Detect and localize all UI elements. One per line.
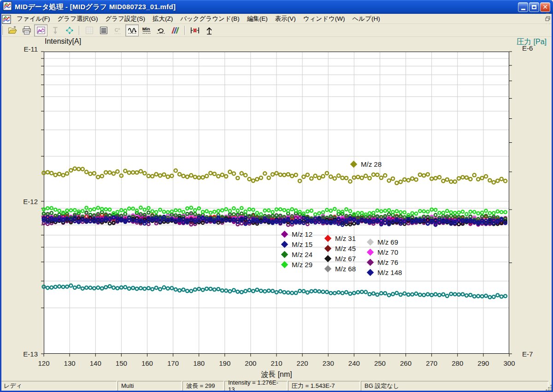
legend-column: M/z 31M/z 45M/z 67M/z 68: [325, 233, 356, 274]
svg-text:200: 200: [245, 359, 256, 367]
svg-text:300: 300: [503, 359, 515, 367]
menu-item-1[interactable]: グラフ選択(G): [54, 14, 102, 23]
title-bar[interactable]: MIDデータ処理 - [MIDグラフ MID080723_01.mfd] ✕: [0, 0, 553, 14]
svg-text:230: 230: [323, 359, 334, 367]
window-title: MIDデータ処理 - [MIDグラフ MID080723_01.mfd]: [15, 3, 176, 12]
svg-text:140: 140: [90, 359, 101, 367]
svg-text:波長 [nm]: 波長 [nm]: [261, 370, 292, 378]
legend-diamond-marker: [324, 265, 332, 272]
mz28-diamond-marker: [350, 161, 358, 168]
menu-item-5[interactable]: 編集(E): [243, 14, 271, 23]
menu-item-6[interactable]: 表示(V): [271, 14, 300, 23]
legend-diamond-marker: [281, 261, 288, 268]
svg-text:260: 260: [400, 359, 412, 367]
toolbar-grip[interactable]: [1, 26, 3, 35]
svg-text:160: 160: [141, 359, 153, 367]
legend-diamond-marker: [324, 245, 332, 252]
legend-label: M/z 76: [377, 258, 398, 266]
revert-scale-button[interactable]: [154, 24, 167, 36]
menu-item-7[interactable]: ウィンドウ(W): [300, 14, 349, 23]
legend-item: M/z 15: [282, 239, 312, 249]
mdi-restore-button[interactable]: [544, 15, 552, 22]
legend-label: M/z 15: [292, 240, 312, 248]
legend-label: M/z 12: [292, 230, 312, 238]
legend-diamond-marker: [367, 248, 374, 256]
legend-column: M/z 69M/z 70M/z 76M/z 148: [368, 237, 402, 277]
legend-item: M/z 12: [282, 229, 312, 239]
legend-diamond-marker: [324, 255, 332, 262]
legend-item: M/z 70: [368, 247, 402, 257]
toolbar: C°Min: [0, 24, 553, 37]
export-top-button[interactable]: [202, 24, 216, 36]
left-axis-tick-label: E-11: [9, 45, 38, 53]
svg-text:150: 150: [116, 359, 127, 367]
svg-text:240: 240: [348, 359, 360, 367]
temperature-button: C°: [111, 24, 124, 36]
svg-text:180: 180: [193, 359, 205, 367]
svg-text:270: 270: [426, 359, 437, 367]
maximize-button[interactable]: [529, 2, 539, 12]
series-label-mz28: M/z 28: [351, 160, 382, 168]
min-scale-button[interactable]: Min: [140, 24, 153, 36]
legend-label: M/z 69: [377, 238, 398, 246]
legend-diamond-marker: [324, 234, 332, 242]
legend-item: M/z 45: [325, 243, 356, 253]
legend-diamond-marker: [367, 238, 374, 246]
status-mode: Multi: [118, 381, 182, 391]
app-window: MIDデータ処理 - [MIDグラフ MID080723_01.mfd] ✕ フ…: [0, 0, 553, 392]
legend-label: M/z 68: [335, 265, 356, 273]
graph-display-button[interactable]: [34, 24, 47, 36]
left-axis-tick-label: E-12: [9, 198, 38, 205]
delete-range-button[interactable]: [188, 24, 201, 36]
legend-diamond-marker: [281, 251, 288, 258]
menu-item-8[interactable]: ヘルプ(H): [349, 14, 384, 23]
status-bar: レディMulti波長 = 299Intensity = 1.276E-13圧力 …: [0, 381, 553, 391]
minimize-button[interactable]: [518, 2, 528, 12]
svg-text:120: 120: [38, 359, 49, 367]
marker-drop-button: [48, 24, 62, 36]
open-file-button[interactable]: [6, 24, 19, 36]
legend-item: M/z 29: [282, 259, 312, 269]
resize-grip[interactable]: [546, 385, 552, 391]
status-pressure: 圧力 = 1.543E-7: [288, 381, 360, 391]
toolbar-separator: [79, 26, 80, 35]
svg-text:210: 210: [271, 359, 282, 367]
status-ready: レディ: [0, 381, 117, 391]
svg-text:C°: C°: [114, 27, 120, 32]
svg-text:170: 170: [167, 359, 179, 367]
app-icon: [3, 1, 12, 12]
chart-window: Intensity[A] 圧力 [Pa] E-11E-12E-13 E-6E-7…: [0, 37, 553, 381]
menu-bar: ファイル(F)グラフ選択(G)グラフ設定(S)拡大(Z)バックグラウンド(B)編…: [0, 14, 553, 24]
print-button[interactable]: [20, 24, 33, 36]
chart-plot-area[interactable]: 1201301401501601701801902002102202302402…: [44, 52, 509, 354]
grid-toggle-button: [82, 24, 96, 36]
multi-graph-button[interactable]: [168, 24, 182, 36]
menu-item-2[interactable]: グラフ設定(S): [101, 14, 148, 23]
left-axis-title: Intensity[A]: [45, 37, 81, 46]
legend-label: M/z 29: [292, 261, 312, 269]
right-axis-tick-label: E-7: [522, 350, 533, 358]
legend-label: M/z 24: [292, 251, 312, 258]
legend-label: M/z 67: [335, 255, 356, 263]
legend-item: M/z 148: [368, 267, 402, 277]
svg-text:130: 130: [64, 359, 76, 367]
status-intensity: Intensity = 1.276E-13: [224, 381, 287, 391]
svg-text:190: 190: [219, 359, 230, 367]
smoothing-wave-button[interactable]: [125, 24, 139, 36]
document-icon: [2, 15, 10, 23]
legend-diamond-marker: [367, 269, 374, 276]
status-bg-setting: BG 設定なし: [361, 381, 548, 391]
mdi-minimize-button[interactable]: [544, 8, 552, 15]
legend-item: M/z 69: [368, 237, 402, 247]
menu-item-0[interactable]: ファイル(F): [13, 14, 54, 23]
svg-text:Min: Min: [142, 26, 150, 31]
menu-item-4[interactable]: バックグラウンド(B): [176, 14, 243, 23]
toolbar-separator: [184, 26, 185, 35]
zoom-fit-button[interactable]: [63, 24, 76, 36]
legend-label: M/z 70: [377, 248, 398, 256]
legend-diamond-marker: [281, 230, 288, 238]
data-list-button[interactable]: [97, 24, 110, 36]
svg-text:220: 220: [297, 359, 308, 367]
menu-item-3[interactable]: 拡大(Z): [149, 14, 176, 23]
legend-item: M/z 24: [282, 249, 312, 259]
